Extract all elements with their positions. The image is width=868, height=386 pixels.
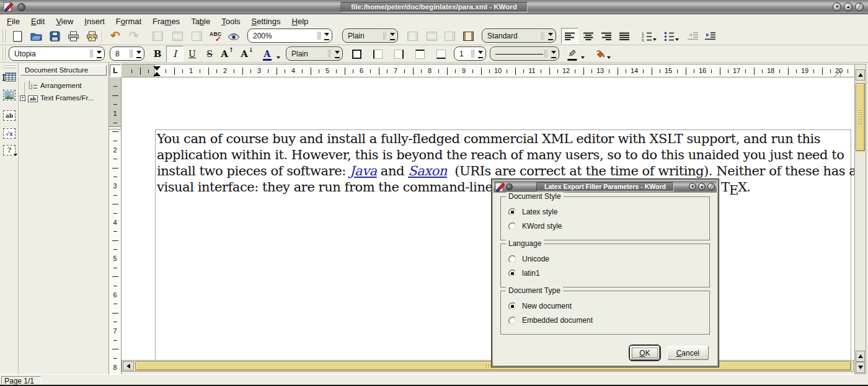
increase-font-button[interactable]: A↑ [218, 46, 236, 62]
document-structure-tree[interactable]: 1.1.11.2Arrangement+abText Frames/Fr... [19, 77, 108, 103]
menu-item-table[interactable]: Table [185, 15, 216, 27]
maximize-button[interactable]: ▴ [844, 2, 852, 11]
menu-item-edit[interactable]: Edit [25, 15, 50, 27]
redo-button[interactable]: ↷ [125, 28, 143, 44]
tab-stop-selector[interactable]: L [110, 64, 121, 76]
frame-style-3-button[interactable] [441, 28, 458, 44]
dialog-title-bar[interactable]: Latex Export Filter Parameters - KWord ▾… [494, 181, 717, 193]
outdent-button[interactable] [684, 28, 701, 44]
font-family-combo[interactable]: Utopia [9, 46, 105, 61]
border-bottom-button[interactable] [432, 46, 450, 62]
zoom-combo[interactable]: 200% [247, 29, 332, 43]
radio-indicator[interactable] [508, 302, 516, 310]
minimize-button[interactable]: ▾ [833, 2, 841, 11]
menu-item-file[interactable]: File [1, 15, 25, 27]
radio-unicode[interactable]: Unicode [508, 254, 549, 264]
horizontal-scrollbar[interactable] [122, 360, 854, 372]
style-set-combo[interactable]: Standard [482, 29, 556, 43]
frame-borders-button[interactable] [459, 28, 477, 44]
background-color-button-arrow[interactable] [607, 56, 611, 61]
insert-picture-button[interactable] [1, 87, 17, 103]
insert-text-frame-button[interactable]: ab [1, 107, 17, 124]
zoom-combo-arrow[interactable] [323, 29, 332, 42]
maximize-button[interactable]: ▴ [698, 183, 706, 190]
decrease-font-button[interactable]: A↓ [238, 46, 255, 62]
close-button[interactable]: ╱ [855, 2, 864, 11]
title-bar[interactable]: file:/home/peter/doc/beginlatex/para.xml… [0, 0, 868, 14]
border-width-combo[interactable]: 1 [454, 46, 486, 61]
paragraph-style-combo[interactable]: Plain [342, 29, 398, 43]
tree-item-text-frames-fr[interactable]: +abText Frames/Fr... [19, 92, 108, 103]
v-ruler[interactable]: 12345678 [109, 77, 122, 374]
menu-item-settings[interactable]: Settings [246, 15, 286, 27]
window-menu-button[interactable] [17, 3, 25, 11]
cancel-button[interactable]: Cancel [667, 346, 709, 360]
print-button[interactable] [64, 28, 82, 44]
toolbar2-grip[interactable] [2, 47, 7, 61]
kword-icon[interactable] [3, 2, 14, 12]
font-family-combo-arrow[interactable] [95, 47, 104, 60]
numbered-list-button[interactable]: 1.2.3. [636, 28, 657, 44]
hyperlink[interactable]: Saxon [408, 164, 447, 178]
vertical-scrollbar[interactable] [854, 64, 866, 374]
menu-item-tools[interactable]: Tools [216, 15, 246, 27]
scroll-up-button-2[interactable] [856, 351, 865, 362]
tree-item-arrangement[interactable]: 1.1.11.2Arrangement [19, 79, 108, 92]
new-document-button[interactable] [9, 28, 26, 44]
border-right-button[interactable] [389, 46, 408, 62]
save-button[interactable] [46, 28, 63, 44]
align-left-button[interactable] [561, 28, 578, 44]
frame-style-combo[interactable]: Plain [286, 46, 343, 61]
frame-style-combo-arrow[interactable] [334, 47, 342, 60]
radio-latex-style[interactable]: Latex style [508, 207, 557, 217]
font-size-combo-arrow[interactable] [135, 47, 144, 60]
undo-button[interactable]: ↶ [107, 28, 124, 44]
frame-tool-2-button[interactable] [169, 28, 186, 44]
frame-style-2-button[interactable] [423, 28, 440, 44]
align-justify-button[interactable] [616, 28, 633, 44]
frame-tool-1-button[interactable] [149, 28, 166, 44]
ok-button[interactable]: OK [630, 346, 659, 360]
font-size-combo[interactable]: 8 [110, 46, 144, 61]
menu-item-format[interactable]: Format [110, 15, 147, 27]
radio-indicator[interactable] [508, 208, 516, 216]
indent-button[interactable] [701, 28, 719, 44]
menu-item-insert[interactable]: Insert [79, 15, 110, 27]
insert-object-button-arrow[interactable] [14, 154, 17, 158]
align-right-button[interactable] [598, 28, 615, 44]
radio-indicator[interactable] [508, 255, 516, 263]
spellcheck-button[interactable]: ABC✓ [207, 28, 224, 44]
document-canvas[interactable]: You can of course buy and install a full… [122, 77, 854, 360]
border-width-combo-arrow[interactable] [477, 47, 485, 60]
minimize-button[interactable]: ▾ [689, 183, 696, 190]
align-center-button[interactable] [580, 28, 597, 44]
radio-indicator[interactable] [508, 317, 516, 325]
dialog-menu-button[interactable] [506, 183, 513, 190]
bullet-list-button-arrow[interactable] [675, 38, 679, 43]
font-color-button[interactable]: A [259, 46, 281, 62]
background-color-button[interactable] [589, 46, 611, 62]
indent-marker[interactable] [153, 66, 161, 76]
italic-button[interactable]: I [166, 46, 184, 62]
print-preview-button[interactable] [83, 28, 100, 44]
h-ruler[interactable]: 1234567891011121314151617181920 [122, 64, 854, 77]
view-eye-button[interactable] [225, 28, 242, 44]
scroll-up-button[interactable] [856, 69, 865, 81]
border-style-combo-arrow[interactable] [550, 47, 559, 60]
font-color-button-arrow[interactable] [277, 56, 280, 61]
strikethrough-button[interactable]: S [201, 46, 218, 62]
insert-table-button[interactable] [1, 69, 17, 86]
menu-item-help[interactable]: Help [286, 15, 314, 27]
border-color-button-arrow[interactable] [581, 56, 585, 61]
hyperlink[interactable]: Java [350, 164, 377, 178]
underline-button[interactable]: U [184, 46, 201, 62]
border-style-combo[interactable] [490, 46, 559, 61]
paragraph-style-combo-arrow[interactable] [389, 29, 397, 42]
radio-indicator[interactable] [508, 270, 516, 278]
menu-item-view[interactable]: View [50, 15, 79, 27]
expander-icon[interactable]: + [20, 95, 25, 101]
frame-tool-3-button[interactable] [188, 28, 205, 44]
close-button[interactable]: ╱ [707, 183, 715, 190]
bullet-list-button[interactable] [658, 28, 680, 44]
menu-item-frames[interactable]: Frames [147, 15, 185, 27]
